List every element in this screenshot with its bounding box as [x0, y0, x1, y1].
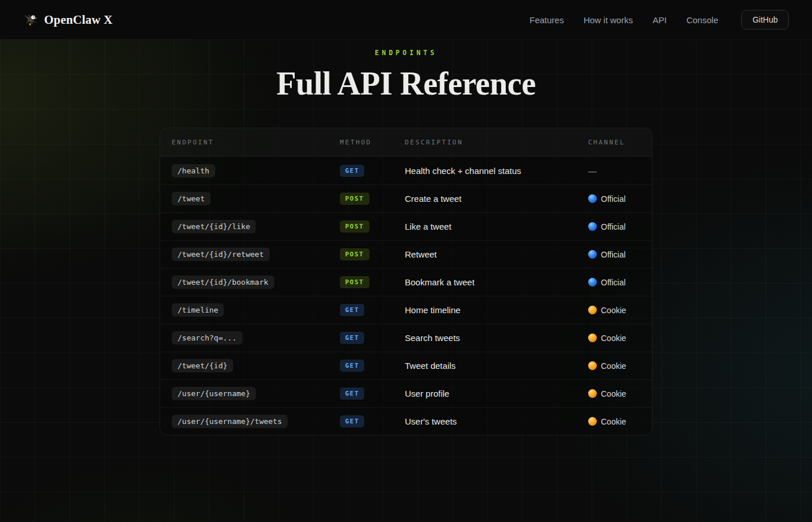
endpoint-cell: /tweet/{id}: [172, 359, 340, 372]
method-badge: GET: [340, 360, 364, 372]
hero: ENDPOINTS Full API Reference: [0, 49, 812, 102]
nav-link-console[interactable]: Console: [686, 15, 718, 25]
official-channel-dot-icon: [588, 250, 597, 259]
cookie-channel-dot-icon: [588, 306, 597, 314]
channel-label: Cookie: [601, 334, 626, 343]
table-row: /user/{username}/tweetsGETUser's tweetsC…: [160, 407, 652, 435]
table-row: /tweetPOSTCreate a tweetOfficial: [160, 184, 652, 212]
method-cell: GET: [340, 387, 405, 400]
table-row: /tweet/{id}GETTweet detailsCookie: [160, 351, 652, 379]
method-cell: GET: [340, 332, 405, 344]
cookie-channel-dot-icon: [588, 334, 597, 342]
official-channel-dot-icon: [588, 278, 597, 287]
description-cell: Retweet: [405, 249, 588, 259]
endpoint-path: /health: [172, 164, 215, 177]
method-cell: POST: [340, 248, 405, 260]
table-row: /timelineGETHome timelineCookie: [160, 296, 652, 324]
nav-link-api[interactable]: API: [652, 15, 666, 25]
endpoint-cell: /user/{username}: [172, 387, 340, 400]
table-row: /user/{username}GETUser profileCookie: [160, 379, 652, 407]
column-header-channel: CHANNEL: [588, 139, 652, 146]
channel-none-dash: —: [588, 166, 597, 176]
table-row: /healthGETHealth check + channel status—: [160, 157, 652, 184]
method-cell: POST: [340, 276, 405, 288]
endpoint-cell: /timeline: [172, 303, 340, 317]
method-cell: POST: [340, 193, 405, 205]
api-reference-table: ENDPOINT METHOD DESCRIPTION CHANNEL /hea…: [160, 128, 652, 436]
endpoint-path: /user/{username}: [172, 387, 256, 400]
hero-eyebrow: ENDPOINTS: [0, 49, 812, 57]
column-header-endpoint: ENDPOINT: [172, 139, 340, 146]
channel-cell: Cookie: [588, 417, 652, 426]
channel-cell: —: [588, 166, 652, 176]
endpoint-cell: /tweet/{id}/retweet: [172, 248, 340, 261]
endpoint-path: /tweet/{id}/like: [172, 220, 256, 233]
official-channel-dot-icon: [588, 222, 597, 231]
page-title: Full API Reference: [0, 65, 812, 102]
endpoint-cell: /user/{username}/tweets: [172, 415, 340, 428]
channel-label: Official: [601, 250, 626, 259]
method-cell: GET: [340, 415, 405, 427]
nav-link-how-it-works[interactable]: How it works: [583, 15, 633, 25]
method-cell: POST: [340, 220, 405, 233]
cookie-channel-dot-icon: [588, 361, 597, 370]
endpoint-path: /tweet/{id}/retweet: [172, 248, 270, 261]
endpoint-cell: /tweet/{id}/like: [172, 220, 340, 233]
nav-links: Features How it works API Console GitHub: [530, 10, 789, 30]
method-cell: GET: [340, 360, 405, 372]
method-badge: GET: [340, 415, 364, 427]
table-header: ENDPOINT METHOD DESCRIPTION CHANNEL: [160, 128, 652, 157]
channel-label: Official: [601, 278, 626, 287]
column-header-method: METHOD: [340, 139, 405, 146]
endpoint-path: /tweet/{id}/bookmark: [172, 276, 274, 289]
channel-cell: Cookie: [588, 334, 652, 343]
endpoint-cell: /tweet: [172, 192, 340, 205]
official-channel-dot-icon: [588, 194, 597, 203]
method-cell: GET: [340, 304, 405, 316]
endpoint-path: /search?q=...: [172, 331, 242, 345]
cookie-channel-dot-icon: [588, 389, 597, 398]
channel-cell: Official: [588, 222, 652, 231]
method-badge: GET: [340, 387, 364, 400]
channel-label: Cookie: [601, 417, 626, 426]
method-badge: POST: [340, 193, 369, 205]
description-cell: Bookmark a tweet: [405, 277, 588, 287]
channel-label: Cookie: [601, 361, 626, 371]
endpoint-path: /tweet: [172, 192, 211, 205]
nav-link-features[interactable]: Features: [530, 15, 564, 25]
endpoint-path: /timeline: [172, 303, 224, 317]
channel-cell: Official: [588, 278, 652, 287]
table-row: /search?q=...GETSearch tweetsCookie: [160, 324, 652, 351]
brand[interactable]: OpenClaw X: [23, 12, 113, 27]
cookie-channel-dot-icon: [588, 417, 597, 426]
endpoint-cell: /search?q=...: [172, 331, 340, 345]
method-badge: POST: [340, 276, 369, 288]
table-row: /tweet/{id}/bookmarkPOSTBookmark a tweet…: [160, 268, 652, 296]
method-badge: GET: [340, 332, 364, 344]
description-cell: User's tweets: [405, 416, 588, 426]
eagle-logo-icon: [23, 12, 38, 27]
channel-label: Official: [601, 222, 626, 231]
description-cell: Home timeline: [405, 305, 588, 315]
channel-cell: Official: [588, 194, 652, 204]
table-row: /tweet/{id}/retweetPOSTRetweetOfficial: [160, 240, 652, 268]
table-row: /tweet/{id}/likePOSTLike a tweetOfficial: [160, 212, 652, 240]
channel-cell: Cookie: [588, 306, 652, 315]
channel-cell: Cookie: [588, 361, 652, 371]
description-cell: Tweet details: [405, 361, 588, 371]
column-header-description: DESCRIPTION: [405, 139, 588, 146]
method-cell: GET: [340, 165, 405, 177]
channel-cell: Cookie: [588, 389, 652, 398]
description-cell: Like a tweet: [405, 222, 588, 231]
top-nav: OpenClaw X Features How it works API Con…: [0, 0, 812, 39]
method-badge: GET: [340, 165, 364, 177]
github-button[interactable]: GitHub: [741, 10, 789, 30]
description-cell: Health check + channel status: [405, 166, 588, 176]
method-badge: POST: [340, 248, 369, 260]
table-body: /healthGETHealth check + channel status—…: [160, 157, 652, 435]
endpoint-path: /user/{username}/tweets: [172, 415, 288, 428]
channel-label: Cookie: [601, 389, 626, 398]
description-cell: Create a tweet: [405, 194, 588, 204]
channel-label: Official: [601, 194, 626, 204]
description-cell: User profile: [405, 389, 588, 398]
